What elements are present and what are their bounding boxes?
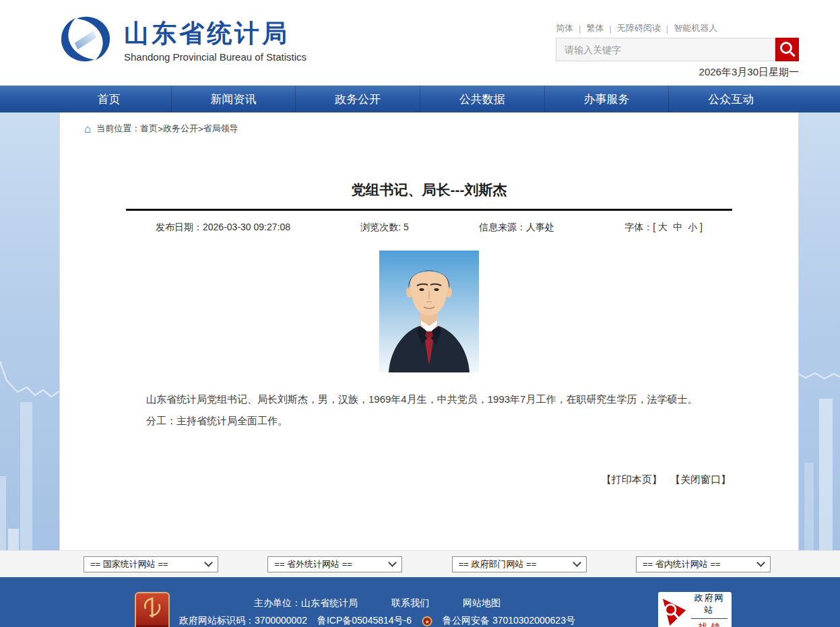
find-error-divider: [691, 618, 728, 619]
site-subtitle-en: Shandong Provincial Bureau of Statistics: [124, 51, 306, 63]
select-label: == 省外统计网站 ==: [274, 558, 352, 570]
font-size-large[interactable]: 大: [658, 222, 668, 232]
search-button[interactable]: [775, 38, 799, 61]
select-other-province-stats-sites[interactable]: == 省外统计网站 ==: [267, 556, 402, 572]
breadcrumb-prefix: 当前位置：: [96, 123, 140, 135]
chevron-down-icon: [756, 558, 765, 567]
find-error-text: 政府网站 找错: [690, 592, 728, 627]
breadcrumb: ⌂ 当前位置： 首页 > 政务公开 > 省局领导: [60, 112, 798, 135]
gov-site-error-report-badge[interactable]: 政府网站 找错: [657, 591, 733, 627]
search-input[interactable]: [556, 38, 775, 61]
info-source: 信息来源：人事处: [479, 222, 554, 234]
find-error-line1: 政府网站: [690, 592, 728, 616]
link-simplified-chinese[interactable]: 简体: [556, 22, 573, 34]
breadcrumb-home[interactable]: 首页: [140, 123, 158, 135]
article-paragraph: 分工：主持省统计局全面工作。: [126, 410, 732, 432]
search-icon: [780, 42, 792, 54]
article-meta: 发布日期：2026-03-30 09:27:08 浏览次数: 5 信息来源：人事…: [126, 222, 732, 234]
select-label: == 省内统计网站 ==: [643, 558, 721, 570]
nav-item-news[interactable]: 新闻资讯: [171, 86, 296, 112]
breadcrumb-bureau-leaders[interactable]: 省局领导: [203, 123, 238, 135]
font-size-small[interactable]: 小: [688, 222, 697, 232]
nav-item-gov-affairs[interactable]: 政务公开: [295, 86, 420, 112]
police-record-link[interactable]: 鲁公网安备 37010302000623号: [443, 615, 575, 627]
footer-row-2: 政府网站标识码：3700000002 鲁ICP备05045814号-6 ★ 鲁公…: [155, 615, 600, 627]
quick-link-separator: |: [609, 24, 611, 34]
chevron-down-icon: [204, 558, 213, 567]
select-label: == 政府部门网站 ==: [459, 558, 537, 570]
brand-text: 山东省统计局 Shandong Provincial Bureau of Sta…: [124, 13, 306, 63]
select-national-stats-sites[interactable]: == 国家统计网站 ==: [84, 556, 218, 572]
chevron-down-icon: [388, 558, 397, 567]
title-divider: [126, 209, 732, 211]
font-label-suffix: ]: [700, 222, 703, 232]
print-page-button[interactable]: 【打印本页】: [602, 473, 662, 485]
main-nav: 首页 新闻资讯 政务公开 公共数据 办事服务 公众互动: [0, 86, 840, 112]
article-paragraph: 山东省统计局党组书记、局长刘斯杰，男，汉族，1969年4月生，中共党员，1993…: [126, 389, 732, 410]
select-government-department-sites[interactable]: == 政府部门网站 ==: [452, 556, 587, 572]
site-brand[interactable]: 山东省统计局 Shandong Provincial Bureau of Sta…: [58, 13, 306, 65]
current-date: 2026年3月30日星期一: [699, 66, 799, 79]
contact-us-link[interactable]: 联系我们: [391, 597, 429, 609]
quick-link-separator: |: [579, 24, 581, 34]
content-panel: ⌂ 当前位置： 首页 > 政务公开 > 省局领导 党组书记、局长---刘斯杰 发…: [59, 112, 799, 550]
search-bar: [556, 38, 799, 61]
article-actions: 【打印本页】 【关闭窗口】: [127, 473, 731, 486]
view-count: 浏览次数: 5: [360, 222, 409, 234]
footer-row-1: 主办单位：山东省统计局 联系我们 网站地图: [155, 597, 600, 609]
friendly-links-band: == 国家统计网站 == == 省外统计网站 == == 政府部门网站 == =…: [0, 550, 840, 577]
link-accessibility-reading[interactable]: 无障碍阅读: [617, 22, 661, 34]
sitemap-link[interactable]: 网站地图: [463, 597, 500, 609]
official-portrait-photo: [379, 251, 479, 372]
breadcrumb-separator: >: [198, 124, 203, 134]
home-icon: ⌂: [84, 123, 91, 135]
site-footer: 党政机关 主办单位：山东省统计局 联系我们 网站地图 政府网站标识码：37000…: [0, 577, 840, 627]
quick-link-separator: |: [666, 24, 668, 34]
select-province-internal-stats-sites[interactable]: == 省内统计网站 ==: [636, 556, 771, 572]
chevron-down-icon: [573, 558, 581, 567]
footer-info: 主办单位：山东省统计局 联系我们 网站地图 政府网站标识码：3700000002…: [155, 577, 600, 627]
font-label-prefix: 字体：[: [624, 222, 655, 232]
svg-text:★: ★: [424, 618, 429, 624]
organizer-text: 主办单位：山东省统计局: [254, 597, 358, 609]
breadcrumb-separator: >: [158, 124, 163, 134]
magnifier-flag-icon: [661, 597, 687, 627]
icp-license-link[interactable]: 鲁ICP备05045814号-6: [317, 615, 412, 627]
nav-item-services[interactable]: 办事服务: [544, 86, 669, 112]
bureau-logo-icon: [58, 13, 113, 65]
link-traditional-chinese[interactable]: 繁体: [586, 22, 604, 34]
breadcrumb-gov-affairs[interactable]: 政务公开: [163, 123, 198, 135]
site-title: 山东省统计局: [124, 20, 306, 48]
nav-item-interaction[interactable]: 公众互动: [668, 86, 793, 112]
find-error-line2: 找错: [690, 621, 728, 627]
nav-item-home[interactable]: 首页: [47, 86, 171, 112]
nav-item-public-data[interactable]: 公共数据: [420, 86, 544, 112]
site-header: 山东省统计局 Shandong Provincial Bureau of Sta…: [0, 0, 840, 86]
police-badge-icon: ★: [422, 616, 432, 627]
font-size-widget: 字体：[大中小]: [624, 222, 703, 234]
quick-links: 简体 | 繁体 | 无障碍阅读 | 智能机器人: [556, 22, 717, 34]
site-identifier-code: 政府网站标识码：3700000002: [179, 615, 307, 627]
article-title: 党组书记、局长---刘斯杰: [126, 180, 732, 199]
select-label: == 国家统计网站 ==: [90, 558, 168, 570]
page: 山东省统计局 Shandong Provincial Bureau of Sta…: [0, 0, 840, 627]
font-size-medium[interactable]: 中: [673, 222, 682, 232]
publish-date: 发布日期：2026-03-30 09:27:08: [156, 222, 290, 234]
link-smart-robot[interactable]: 智能机器人: [674, 22, 717, 34]
close-window-button[interactable]: 【关闭窗口】: [670, 473, 731, 485]
